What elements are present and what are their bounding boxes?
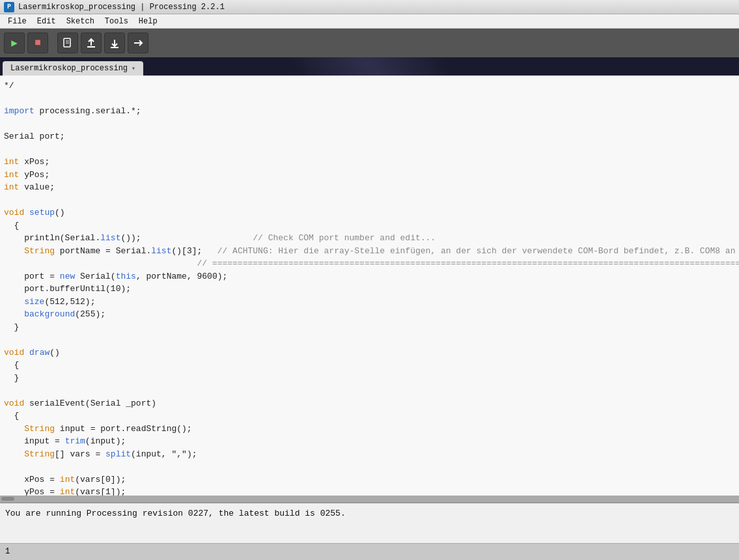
menu-edit[interactable]: Edit: [32, 16, 61, 27]
title-bar: P Lasermikroskop_processing | Processing…: [0, 0, 739, 14]
export-button[interactable]: [128, 33, 148, 53]
code-content: */ import processing.serial.*; Serial po…: [4, 79, 739, 496]
toolbar: ▶ ■: [0, 29, 739, 57]
tab-lasermikroskop[interactable]: Lasermikroskop_processing ▾: [3, 61, 143, 76]
menu-file[interactable]: File: [3, 16, 32, 27]
menu-help[interactable]: Help: [133, 16, 163, 27]
tab-dropdown-icon[interactable]: ▾: [132, 64, 135, 72]
code-editor[interactable]: */ import processing.serial.*; Serial po…: [0, 76, 739, 496]
status-line: 1: [5, 547, 10, 556]
scrollbar-thumb[interactable]: [1, 497, 14, 501]
menu-bar: File Edit Sketch Tools Help: [0, 14, 739, 29]
menu-sketch[interactable]: Sketch: [61, 16, 100, 27]
app-icon: P: [4, 2, 14, 12]
new-button[interactable]: [57, 33, 78, 53]
console-panel: You are running Processing revision 0227…: [0, 502, 739, 543]
window-title: Lasermikroskop_processing | Processing 2…: [18, 3, 225, 12]
tab-label: Lasermikroskop_processing: [10, 64, 128, 73]
stop-button[interactable]: ■: [27, 33, 48, 53]
horizontal-scrollbar[interactable]: [0, 496, 739, 502]
menu-tools[interactable]: Tools: [100, 16, 133, 27]
status-bar: 1: [0, 543, 739, 559]
tab-bar: Lasermikroskop_processing ▾: [0, 57, 739, 76]
open-button[interactable]: [81, 33, 102, 53]
play-button[interactable]: ▶: [4, 33, 25, 53]
save-button[interactable]: [104, 33, 125, 53]
console-message: You are running Processing revision 0227…: [5, 509, 346, 518]
